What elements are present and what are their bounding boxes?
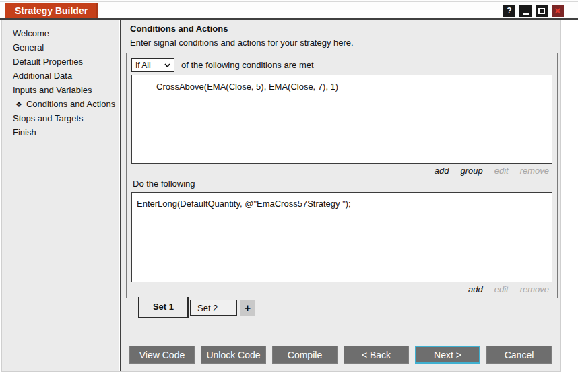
compile-button[interactable]: Compile xyxy=(272,346,338,364)
tab-set-1[interactable]: Set 1 xyxy=(138,297,189,318)
sidebar-separator xyxy=(120,20,121,371)
remove-condition-link: remove xyxy=(520,166,549,176)
minimize-button[interactable] xyxy=(519,5,532,17)
window-top-border xyxy=(0,1,578,2)
current-step-marker-icon: ❖ xyxy=(15,100,22,108)
page-title: Conditions and Actions xyxy=(130,24,228,34)
strategy-builder-window: Welcome General Default Properties Addit… xyxy=(1,20,561,372)
edit-action-link: edit xyxy=(494,284,509,295)
next-button[interactable]: Next > xyxy=(415,346,480,364)
tab-set-2[interactable]: Set 2 xyxy=(190,300,237,316)
back-button[interactable]: < Back xyxy=(344,346,409,364)
condition-operator-value: If All xyxy=(135,61,151,70)
window-title: Strategy Builder xyxy=(5,3,98,19)
actions-label: Do the following xyxy=(133,178,557,189)
view-code-button[interactable]: View Code xyxy=(129,346,195,364)
remove-action-link: remove xyxy=(520,284,549,295)
question-mark-icon: ? xyxy=(507,6,511,15)
minimize-icon xyxy=(523,13,529,15)
footer-button-row: View Code Unlock Code Compile < Back Nex… xyxy=(129,346,552,364)
action-entry[interactable]: EnterLong(DefaultQuantity, @"EmaCross57S… xyxy=(132,199,552,209)
sidebar-item-finish[interactable]: Finish xyxy=(2,125,119,139)
sidebar-item-stops-and-targets[interactable]: Stops and Targets xyxy=(2,111,119,125)
sidebar-item-welcome[interactable]: Welcome xyxy=(2,26,119,40)
condition-operator-select[interactable]: If All xyxy=(131,58,174,72)
edit-condition-link: edit xyxy=(494,166,509,176)
conditions-listbox[interactable]: CrossAbove(EMA(Close, 5), EMA(Close, 7),… xyxy=(131,75,552,164)
condition-operator-row: If All of the following conditions are m… xyxy=(131,58,552,72)
close-button[interactable]: ✕ xyxy=(552,5,564,17)
help-button[interactable]: ? xyxy=(503,5,515,17)
maximize-icon xyxy=(538,8,545,14)
cancel-button[interactable]: Cancel xyxy=(486,346,552,364)
sidebar-item-general[interactable]: General xyxy=(2,40,119,55)
add-action-link[interactable]: add xyxy=(468,284,483,295)
title-bar: Strategy Builder ? ✕ xyxy=(0,0,578,18)
condition-entry[interactable]: CrossAbove(EMA(Close, 5), EMA(Close, 7),… xyxy=(132,81,552,92)
sidebar-item-conditions-and-actions[interactable]: ❖Conditions and Actions xyxy=(2,97,119,111)
sidebar-item-inputs-and-variables[interactable]: Inputs and Variables xyxy=(2,83,119,97)
actions-listbox[interactable]: EnterLong(DefaultQuantity, @"EmaCross57S… xyxy=(131,192,552,282)
close-icon: ✕ xyxy=(554,6,562,16)
window-controls: ? ✕ xyxy=(503,5,564,17)
maximize-button[interactable] xyxy=(536,5,548,17)
unlock-code-button[interactable]: Unlock Code xyxy=(201,346,266,364)
sidebar-item-additional-data[interactable]: Additional Data xyxy=(2,69,119,83)
action-links: add edit remove xyxy=(127,284,549,295)
wizard-sidebar: Welcome General Default Properties Addit… xyxy=(2,20,119,371)
chevron-down-icon xyxy=(164,63,170,67)
add-condition-link[interactable]: add xyxy=(435,166,449,176)
condition-links: add group edit remove xyxy=(127,166,549,176)
sidebar-item-label: Conditions and Actions xyxy=(26,99,115,109)
sidebar-item-default-properties[interactable]: Default Properties xyxy=(2,55,119,69)
conditions-actions-groupbox: If All of the following conditions are m… xyxy=(126,53,558,298)
condition-operator-suffix: of the following conditions are met xyxy=(181,60,314,70)
page-subtitle: Enter signal conditions and actions for … xyxy=(130,38,354,48)
group-conditions-link[interactable]: group xyxy=(460,166,482,176)
add-set-button[interactable]: + xyxy=(240,300,255,316)
